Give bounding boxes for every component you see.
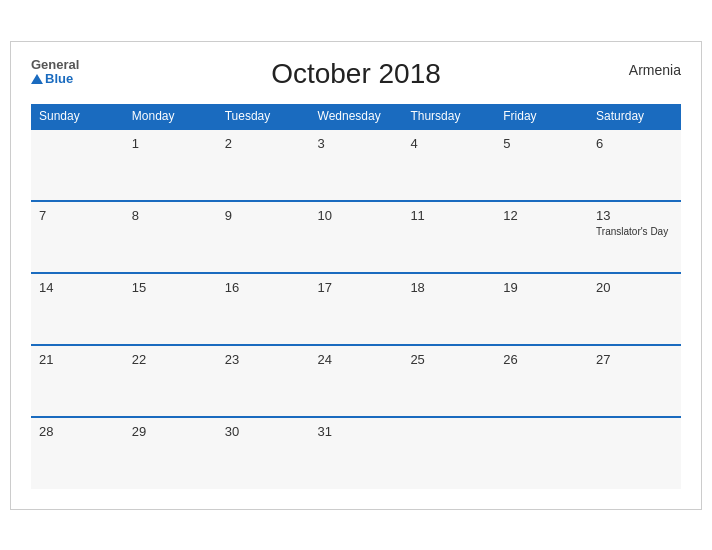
day-cell-0-5: 5 (495, 129, 588, 201)
day-number-9: 9 (225, 208, 302, 223)
day-number-25: 25 (410, 352, 487, 367)
day-number-28: 28 (39, 424, 116, 439)
day-number-7: 7 (39, 208, 116, 223)
day-number-4: 4 (410, 136, 487, 151)
day-cell-4-1: 29 (124, 417, 217, 489)
week-row-4: 28293031 (31, 417, 681, 489)
day-cell-3-5: 26 (495, 345, 588, 417)
day-number-3: 3 (318, 136, 395, 151)
day-number-14: 14 (39, 280, 116, 295)
day-number-5: 5 (503, 136, 580, 151)
day-cell-0-0 (31, 129, 124, 201)
day-cell-3-2: 23 (217, 345, 310, 417)
day-number-13: 13 (596, 208, 673, 223)
day-number-29: 29 (132, 424, 209, 439)
day-cell-3-0: 21 (31, 345, 124, 417)
day-cell-3-3: 24 (310, 345, 403, 417)
header-thursday: Thursday (402, 104, 495, 129)
logo: General Blue (31, 58, 79, 87)
day-cell-4-6 (588, 417, 681, 489)
day-cell-4-0: 28 (31, 417, 124, 489)
day-cell-2-4: 18 (402, 273, 495, 345)
day-number-10: 10 (318, 208, 395, 223)
day-cell-2-6: 20 (588, 273, 681, 345)
day-number-18: 18 (410, 280, 487, 295)
day-number-17: 17 (318, 280, 395, 295)
day-cell-2-2: 16 (217, 273, 310, 345)
calendar-header: General Blue October 2018 Armenia (31, 58, 681, 90)
day-cell-4-4 (402, 417, 495, 489)
header-friday: Friday (495, 104, 588, 129)
day-number-2: 2 (225, 136, 302, 151)
week-row-1: 78910111213Translator's Day (31, 201, 681, 273)
day-number-11: 11 (410, 208, 487, 223)
day-number-22: 22 (132, 352, 209, 367)
day-number-31: 31 (318, 424, 395, 439)
day-cell-3-6: 27 (588, 345, 681, 417)
logo-blue-text: Blue (31, 72, 79, 86)
day-cell-3-4: 25 (402, 345, 495, 417)
day-cell-4-3: 31 (310, 417, 403, 489)
header-saturday: Saturday (588, 104, 681, 129)
day-number-15: 15 (132, 280, 209, 295)
day-cell-2-3: 17 (310, 273, 403, 345)
day-cell-3-1: 22 (124, 345, 217, 417)
day-number-20: 20 (596, 280, 673, 295)
day-cell-1-5: 12 (495, 201, 588, 273)
day-number-26: 26 (503, 352, 580, 367)
day-number-19: 19 (503, 280, 580, 295)
day-number-16: 16 (225, 280, 302, 295)
day-cell-1-3: 10 (310, 201, 403, 273)
day-cell-1-4: 11 (402, 201, 495, 273)
holiday-label-13: Translator's Day (596, 225, 673, 238)
day-number-24: 24 (318, 352, 395, 367)
day-cell-4-2: 30 (217, 417, 310, 489)
header-tuesday: Tuesday (217, 104, 310, 129)
day-cell-1-6: 13Translator's Day (588, 201, 681, 273)
day-cell-1-2: 9 (217, 201, 310, 273)
day-number-30: 30 (225, 424, 302, 439)
day-cell-0-1: 1 (124, 129, 217, 201)
day-number-23: 23 (225, 352, 302, 367)
calendar-grid: Sunday Monday Tuesday Wednesday Thursday… (31, 104, 681, 489)
day-cell-0-4: 4 (402, 129, 495, 201)
day-number-21: 21 (39, 352, 116, 367)
weekday-header-row: Sunday Monday Tuesday Wednesday Thursday… (31, 104, 681, 129)
day-cell-4-5 (495, 417, 588, 489)
header-monday: Monday (124, 104, 217, 129)
day-number-6: 6 (596, 136, 673, 151)
week-row-2: 14151617181920 (31, 273, 681, 345)
week-row-0: 123456 (31, 129, 681, 201)
day-cell-1-0: 7 (31, 201, 124, 273)
logo-triangle-icon (31, 74, 43, 84)
week-row-3: 21222324252627 (31, 345, 681, 417)
calendar-container: General Blue October 2018 Armenia Sunday… (10, 41, 702, 510)
day-number-27: 27 (596, 352, 673, 367)
header-sunday: Sunday (31, 104, 124, 129)
day-cell-2-5: 19 (495, 273, 588, 345)
day-cell-0-6: 6 (588, 129, 681, 201)
logo-general-text: General (31, 58, 79, 72)
day-number-1: 1 (132, 136, 209, 151)
day-cell-2-0: 14 (31, 273, 124, 345)
day-number-8: 8 (132, 208, 209, 223)
day-cell-1-1: 8 (124, 201, 217, 273)
calendar-title: October 2018 (271, 58, 441, 90)
day-cell-2-1: 15 (124, 273, 217, 345)
country-label: Armenia (629, 62, 681, 78)
day-cell-0-2: 2 (217, 129, 310, 201)
day-cell-0-3: 3 (310, 129, 403, 201)
day-number-12: 12 (503, 208, 580, 223)
header-wednesday: Wednesday (310, 104, 403, 129)
